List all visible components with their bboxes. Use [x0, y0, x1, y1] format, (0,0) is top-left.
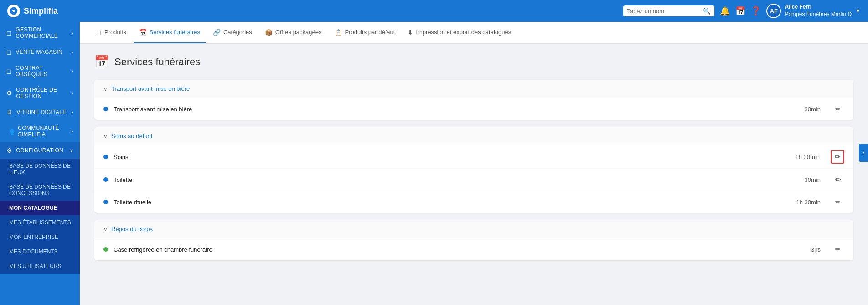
service-name-toilette-rituelle: Toilette rituelle — [114, 199, 791, 206]
chevron-down-icon: ∨ — [70, 148, 73, 154]
service-status-dot-toilette-rituelle — [103, 200, 108, 204]
contrat-icon: ◻ — [6, 67, 12, 75]
accordion-transport: ∨ Transport avant mise en bière Transpor… — [94, 80, 853, 120]
chevron-right-icon: › — [72, 30, 73, 36]
sidebar-item-communaute[interactable]: 👥 COMMUNAUTÉ SIMPLIFIA › — [0, 120, 80, 142]
service-row-toilette: Toilette 30min ✏ — [94, 169, 853, 191]
accordion-repos: ∨ Repos du corps Case réfrigérée en cham… — [94, 220, 853, 260]
sub-label-mes-documents: MES DOCUMENTS — [9, 248, 58, 255]
collapse-panel-button[interactable]: ‹ — [859, 144, 868, 162]
sidebar-label-controle-gestion: CONTRÔLE DE GESTION — [16, 87, 68, 99]
sidebar-item-mes-etablissements[interactable]: MES ÉTABLISSEMENTS — [0, 215, 80, 230]
search-box[interactable]: 🔍 — [623, 5, 714, 16]
produits-tab-icon: ◻ — [96, 29, 102, 36]
avatar: AF — [766, 4, 781, 18]
service-row-case-refrigeree: Case réfrigérée en chambre funéraire 3jr… — [94, 238, 853, 260]
page-body: 📅 Services funéraires ∨ Transport avant … — [80, 44, 868, 305]
sidebar-item-mes-utilisateurs[interactable]: MES UTILISATEURS — [0, 259, 80, 274]
sidebar-item-contrat-obseques[interactable]: ◻ CONTRAT OBSÉQUES › — [0, 60, 80, 82]
accordion-header-repos[interactable]: ∨ Repos du corps — [94, 220, 853, 238]
service-status-dot-soins — [103, 155, 108, 159]
sidebar-label-communaute: COMMUNAUTÉ SIMPLIFIA — [18, 125, 68, 138]
produits-defaut-tab-icon: 📋 — [335, 29, 342, 36]
sidebar-label-vente-magasin: VENTE MAGASIN — [16, 49, 62, 55]
service-status-dot-case — [103, 247, 108, 252]
sidebar-item-base-concessions[interactable]: BASE DE DONNÉES DE CONCESSIONS — [0, 180, 80, 201]
edit-button-case[interactable]: ✏ — [832, 243, 844, 256]
edit-button-toilette[interactable]: ✏ — [832, 173, 844, 186]
service-name-toilette: Toilette — [114, 176, 799, 183]
service-status-dot-toilette — [103, 177, 108, 182]
service-duration-soins: 1h 30min — [796, 154, 820, 160]
sidebar-item-mon-catalogue[interactable]: MON CATALOGUE — [0, 201, 80, 215]
sidebar-configuration-submenu: BASE DE DONNÉES DE LIEUX BASE DE DONNÉES… — [0, 159, 80, 274]
page-header: 📅 Services funéraires — [94, 55, 853, 69]
vente-magasin-icon: ◻ — [6, 48, 12, 56]
accordion-soins: ∨ Soins au défunt Soins 1h 30min ✏ Toile… — [94, 127, 853, 213]
tab-produits[interactable]: ◻ Produits — [91, 22, 132, 43]
accordion-title-repos: Repos du corps — [111, 226, 153, 233]
sidebar-item-base-lieux[interactable]: BASE DE DONNÉES DE LIEUX — [0, 159, 80, 180]
sub-label-mon-catalogue: MON CATALOGUE — [9, 205, 57, 211]
accordion-header-transport[interactable]: ∨ Transport avant mise en bière — [94, 80, 853, 98]
gestion-commerciale-icon: ◻ — [6, 29, 12, 36]
sidebar-label-gestion-commerciale: GESTION COMMERCIALE — [16, 26, 68, 39]
calendar-icon[interactable]: 📅 — [735, 6, 745, 16]
service-row-transport: Transport avant mise en bière 30min ✏ — [94, 98, 853, 120]
sidebar-item-configuration[interactable]: ⚙ CONFIGURATION ∨ — [0, 142, 80, 159]
tab-services-funeraires[interactable]: 📅 Services funéraires — [134, 22, 206, 43]
edit-button-transport[interactable]: ✏ — [832, 103, 844, 115]
sidebar-item-vente-magasin[interactable]: ◻ VENTE MAGASIN › — [0, 44, 80, 60]
tab-impression-export[interactable]: ⬇ Impression et export des catalogues — [402, 22, 517, 43]
accordion-chevron-repos: ∨ — [103, 226, 108, 233]
sidebar-item-vitrine-digitale[interactable]: 🖥 VITRINE DIGITALE › — [0, 104, 80, 120]
sidebar-item-gestion-commerciale[interactable]: ◻ GESTION COMMERCIALE › — [0, 22, 80, 44]
user-area[interactable]: AF Alice Ferri Pompes Funèbres Martin D … — [766, 4, 861, 18]
accordion-chevron-transport: ∨ — [103, 86, 108, 92]
tab-produits-label: Produits — [104, 29, 126, 36]
service-name-transport: Transport avant mise en bière — [114, 106, 799, 113]
chevron-right-icon: › — [72, 109, 73, 115]
vitrine-icon: 🖥 — [6, 109, 13, 116]
help-icon[interactable]: ❓ — [751, 6, 761, 16]
accordion-header-soins[interactable]: ∨ Soins au défunt — [94, 127, 853, 145]
search-input[interactable] — [627, 8, 700, 15]
sub-label-base-lieux: BASE DE DONNÉES DE LIEUX — [9, 163, 73, 176]
user-info: Alice Ferri Pompes Funèbres Martin D — [785, 4, 852, 18]
tab-offres-packagees[interactable]: 📦 Offres packagées — [259, 22, 327, 43]
bell-icon[interactable]: 🔔 — [720, 6, 730, 16]
tab-categories[interactable]: 🔗 Catégories — [207, 22, 258, 43]
service-status-dot — [103, 107, 108, 111]
service-name-case-refrigeree: Case réfrigérée en chambre funéraire — [114, 246, 806, 253]
user-company: Pompes Funèbres Martin D — [785, 11, 852, 18]
edit-button-soins[interactable]: ✏ — [831, 150, 844, 164]
collapse-chevron-icon: ‹ — [863, 150, 864, 155]
sub-label-mes-utilisateurs: MES UTILISATEURS — [9, 263, 61, 269]
sidebar-label-vitrine-digitale: VITRINE DIGITALE — [16, 109, 66, 115]
chevron-right-icon: › — [72, 49, 73, 55]
sidebar-item-mes-documents[interactable]: MES DOCUMENTS — [0, 244, 80, 259]
sidebar: ◻ GESTION COMMERCIALE › ◻ VENTE MAGASIN … — [0, 22, 80, 305]
sidebar-item-controle-gestion[interactable]: ⚙ CONTRÔLE DE GESTION › — [0, 82, 80, 104]
tab-produits-defaut[interactable]: 📋 Produits par défaut — [329, 22, 401, 43]
page-title-icon: 📅 — [94, 55, 109, 69]
tab-services-label: Services funéraires — [150, 29, 200, 36]
communaute-icon: 👥 — [6, 128, 14, 135]
service-duration-transport: 30min — [805, 106, 821, 113]
configuration-icon: ⚙ — [6, 147, 12, 154]
chevron-right-icon: › — [72, 129, 73, 134]
main-content: ◻ Produits 📅 Services funéraires 🔗 Catég… — [80, 22, 868, 305]
service-row-toilette-rituelle: Toilette rituelle 1h 30min ✏ — [94, 191, 853, 213]
services-tab-icon: 📅 — [139, 29, 147, 36]
tab-categories-label: Catégories — [223, 29, 252, 36]
edit-button-toilette-rituelle[interactable]: ✏ — [832, 196, 844, 208]
tab-bar: ◻ Produits 📅 Services funéraires 🔗 Catég… — [80, 22, 868, 44]
top-navigation: Simplifia 🔍 🔔 📅 ❓ AF Alice Ferri Pompes … — [0, 0, 868, 22]
tab-impression-label: Impression et export des catalogues — [416, 29, 511, 36]
search-icon: 🔍 — [703, 7, 711, 15]
app-logo[interactable]: Simplifia — [7, 5, 58, 17]
sidebar-label-configuration: CONFIGURATION — [16, 147, 63, 154]
service-name-soins: Soins — [114, 154, 790, 160]
offres-tab-icon: 📦 — [265, 29, 273, 36]
sidebar-item-mon-entreprise[interactable]: MON ENTREPRISE — [0, 230, 80, 244]
